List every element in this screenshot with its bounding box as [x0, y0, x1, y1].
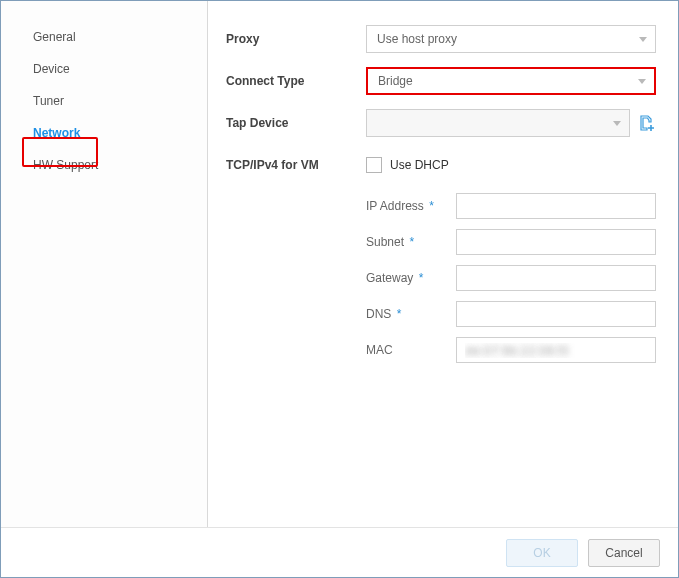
- sidebar-item-general[interactable]: General: [1, 21, 207, 53]
- sidebar-item-tuner[interactable]: Tuner: [1, 85, 207, 117]
- label-connect-type: Connect Type: [226, 74, 366, 88]
- input-subnet[interactable]: [456, 229, 656, 255]
- chevron-down-icon: [638, 79, 646, 84]
- label-subnet: Subnet *: [366, 235, 456, 249]
- select-tap-device[interactable]: [366, 109, 630, 137]
- label-tcpip: TCP/IPv4 for VM: [226, 158, 366, 172]
- dialog-footer: OK Cancel: [1, 527, 678, 577]
- chevron-down-icon: [613, 121, 621, 126]
- row-connect-type: Connect Type Bridge: [226, 67, 656, 95]
- label-tap-device: Tap Device: [226, 116, 366, 130]
- row-proxy: Proxy Use host proxy: [226, 25, 656, 53]
- chevron-down-icon: [639, 37, 647, 42]
- dialog-body: General Device Tuner Network HW Support …: [1, 1, 678, 527]
- new-device-icon[interactable]: [638, 114, 656, 132]
- row-tcpip: TCP/IPv4 for VM Use DHCP: [226, 151, 656, 179]
- sidebar-item-hw-support[interactable]: HW Support: [1, 149, 207, 181]
- input-gateway[interactable]: [456, 265, 656, 291]
- row-tap-device: Tap Device: [226, 109, 656, 137]
- cancel-button[interactable]: Cancel: [588, 539, 660, 567]
- label-mac: MAC: [366, 343, 456, 357]
- row-ip: IP Address *: [366, 193, 656, 219]
- sidebar-item-device[interactable]: Device: [1, 53, 207, 85]
- select-connect-type-value: Bridge: [378, 74, 413, 88]
- settings-dialog: General Device Tuner Network HW Support …: [0, 0, 679, 578]
- sidebar-item-network[interactable]: Network: [1, 117, 207, 149]
- checkbox-use-dhcp[interactable]: [366, 157, 382, 173]
- input-mac[interactable]: [456, 337, 656, 363]
- content-panel: Proxy Use host proxy Connect Type Bridge…: [208, 1, 678, 527]
- select-connect-type[interactable]: Bridge: [366, 67, 656, 95]
- sidebar: General Device Tuner Network HW Support: [1, 1, 208, 527]
- label-gateway: Gateway *: [366, 271, 456, 285]
- label-proxy: Proxy: [226, 32, 366, 46]
- label-use-dhcp: Use DHCP: [390, 158, 449, 172]
- tcpip-fields: IP Address * Subnet * Gateway * DNS * MA…: [366, 193, 656, 363]
- input-ip[interactable]: [456, 193, 656, 219]
- label-ip: IP Address *: [366, 199, 456, 213]
- input-dns[interactable]: [456, 301, 656, 327]
- row-gateway: Gateway *: [366, 265, 656, 291]
- label-dns: DNS *: [366, 307, 456, 321]
- select-proxy[interactable]: Use host proxy: [366, 25, 656, 53]
- use-dhcp-wrapper: Use DHCP: [366, 157, 449, 173]
- row-dns: DNS *: [366, 301, 656, 327]
- select-proxy-value: Use host proxy: [377, 32, 457, 46]
- ok-button[interactable]: OK: [506, 539, 578, 567]
- row-subnet: Subnet *: [366, 229, 656, 255]
- row-mac: MAC: [366, 337, 656, 363]
